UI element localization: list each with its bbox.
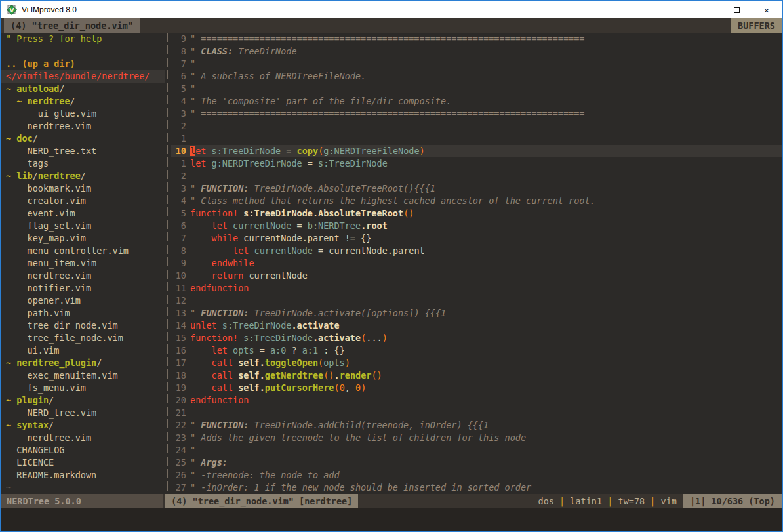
- tree-item-dir-lib-nerdtree[interactable]: ~ lib/nerdtree/: [1, 170, 165, 182]
- command-line[interactable]: [1, 508, 782, 531]
- tree-item-file-nerdtree-vim[interactable]: nerdtree.vim: [1, 120, 165, 133]
- syntax-segment: " The 'composite' part of the file/dir c…: [190, 96, 451, 106]
- tree-item-dir-nerdtree-plugin[interactable]: ~ nerdtree_plugin/: [1, 357, 165, 369]
- code-line[interactable]: 16 let opts = a:0 ? a:1 : {}: [171, 344, 782, 357]
- tree-item-file-nerd-tree-vim[interactable]: NERD_tree.vim: [1, 407, 165, 419]
- syntax-segment: nerdtree_plugin: [16, 358, 96, 368]
- code-line[interactable]: 14unlet s:TreeDirNode.activate: [171, 319, 782, 332]
- close-button[interactable]: ✕: [752, 1, 782, 18]
- code-line[interactable]: 21: [171, 407, 782, 419]
- line-number: 3: [171, 108, 186, 120]
- code-line[interactable]: 11endfunction: [171, 282, 782, 295]
- tree-item-dir-autoload[interactable]: ~ autoload/: [1, 83, 165, 95]
- code-line[interactable]: 9" =====================================…: [171, 33, 782, 45]
- tree-item-file-exec-menuitem-vim[interactable]: exec_menuitem.vim: [1, 369, 165, 382]
- syntax-segment: exec_menuitem.vim: [6, 370, 118, 380]
- code-line[interactable]: 17 call self.toggleOpen(opts): [171, 357, 782, 369]
- tree-item-file-nerd-tree-txt[interactable]: NERD_tree.txt: [1, 145, 165, 157]
- tree-item-file-menu-item-vim[interactable]: menu_item.vim: [1, 257, 165, 270]
- code-line[interactable]: 3" =====================================…: [171, 108, 782, 120]
- code-line[interactable]: 7": [171, 58, 782, 70]
- code-text: " The 'composite' part of the file/dir c…: [190, 95, 451, 108]
- tree-item-file-opener-vim[interactable]: opener.vim: [1, 295, 165, 307]
- code-line[interactable]: 20endfunction: [171, 394, 782, 407]
- code-line-cursor[interactable]: 10let s:TreeDirNode = copy(g:NERDTreeFil…: [171, 145, 782, 157]
- code-editor[interactable]: 9" =====================================…: [171, 33, 782, 494]
- minimize-button[interactable]: [691, 1, 721, 18]
- code-line[interactable]: 12: [171, 295, 782, 307]
- tab-tree-dir-node[interactable]: (4) "tree_dir_node.vim": [4, 18, 140, 33]
- code-line[interactable]: 13" FUNCTION: TreeDirNode.activate([opti…: [171, 307, 782, 319]
- code-line[interactable]: 6" A subclass of NERDTreeFileNode.: [171, 70, 782, 83]
- tree-item-file-ui-vim[interactable]: ui.vim: [1, 344, 165, 357]
- tree-item-root-path[interactable]: </vimfiles/bundle/nerdtree/: [1, 70, 165, 83]
- syntax-segment: b:NERDTree: [308, 220, 361, 231]
- line-number: 18: [171, 369, 186, 382]
- tree-item-file-changelog[interactable]: CHANGELOG: [1, 444, 165, 457]
- code-line[interactable]: 23" Adds the given treenode to the list …: [171, 432, 782, 444]
- tree-item-file-menu-controller-vim[interactable]: menu_controller.vim: [1, 245, 165, 257]
- tree-item-file-nerdtree-vim-lib[interactable]: nerdtree.vim: [1, 270, 165, 282]
- code-line[interactable]: 2: [171, 120, 782, 133]
- tree-item-dir-syntax[interactable]: ~ syntax/: [1, 419, 165, 432]
- tree-item-dir-plugin[interactable]: ~ plugin/: [1, 394, 165, 407]
- code-line[interactable]: 9 endwhile: [171, 257, 782, 270]
- syntax-segment: [190, 270, 212, 281]
- tree-item-file-tree-dir-node-vim[interactable]: tree_dir_node.vim: [1, 319, 165, 332]
- code-line[interactable]: 5": [171, 83, 782, 95]
- tree-item-file-event-vim[interactable]: event.vim: [1, 207, 165, 220]
- line-number: 23: [171, 432, 186, 444]
- code-line[interactable]: 8 let currentNode = currentNode.parent: [171, 245, 782, 257]
- syntax-segment: (): [371, 370, 382, 380]
- tree-item-file-flag-set-vim[interactable]: flag_set.vim: [1, 220, 165, 232]
- code-line[interactable]: 27" -inOrder: 1 if the new node should b…: [171, 481, 782, 494]
- code-line[interactable]: 4" Class method that returns the highest…: [171, 195, 782, 207]
- tree-item-up-a-dir[interactable]: .. (up a dir): [1, 58, 165, 70]
- code-line[interactable]: 15function! s:TreeDirNode.activate(...): [171, 332, 782, 344]
- code-line[interactable]: 18 call self.getNerdtree().render(): [171, 369, 782, 382]
- tree-item-file-creator-vim[interactable]: creator.vim: [1, 195, 165, 207]
- code-line[interactable]: 19 call self.putCursorHere(0, 0): [171, 382, 782, 394]
- code-line[interactable]: 3" FUNCTION: TreeDirNode.AbsoluteTreeRoo…: [171, 182, 782, 195]
- tree-item-file-ui-glue-vim[interactable]: ui_glue.vim: [1, 108, 165, 120]
- syntax-segment: menu_item.vim: [6, 258, 96, 268]
- code-line[interactable]: 7 while currentNode.parent != {}: [171, 232, 782, 245]
- line-number: 6: [171, 220, 186, 232]
- code-line[interactable]: 1let g:NERDTreeDirNode = s:TreeDirNode: [171, 157, 782, 170]
- code-line[interactable]: 8" CLASS: TreeDirNode: [171, 45, 782, 58]
- code-line[interactable]: 5function! s:TreeDirNode.AbsoluteTreeRoo…: [171, 207, 782, 220]
- window-split-separator[interactable]: [165, 33, 171, 494]
- tree-item-file-licence[interactable]: LICENCE: [1, 457, 165, 469]
- code-line[interactable]: 24": [171, 444, 782, 457]
- tree-item-help-line: " Press ? for help: [1, 33, 165, 45]
- code-line[interactable]: 1: [171, 133, 782, 145]
- code-line[interactable]: 25" Args:: [171, 457, 782, 469]
- code-line[interactable]: 26" -treenode: the node to add: [171, 469, 782, 481]
- line-number: 22: [171, 419, 186, 432]
- tree-item-file-bookmark-vim[interactable]: bookmark.vim: [1, 182, 165, 195]
- code-line[interactable]: 22" FUNCTION: TreeDirNode.addChild(treen…: [171, 419, 782, 432]
- maximize-button[interactable]: [721, 1, 752, 18]
- tree-item-dir-autoload-nerdtree[interactable]: ~ nerdtree/: [1, 95, 165, 108]
- code-text: " ======================================…: [190, 108, 584, 120]
- tree-item-file-tree-file-node-vim[interactable]: tree_file_node.vim: [1, 332, 165, 344]
- syntax-segment: lib: [16, 171, 32, 181]
- tree-item-file-readme-markdown[interactable]: README.markdown: [1, 469, 165, 481]
- tree-item-file-notifier-vim[interactable]: notifier.vim: [1, 282, 165, 295]
- code-line[interactable]: 4" The 'composite' part of the file/dir …: [171, 95, 782, 108]
- syntax-segment: [206, 158, 211, 169]
- tree-item-file-path-vim[interactable]: path.vim: [1, 307, 165, 319]
- maximize-icon: [734, 7, 740, 13]
- syntax-segment: let: [233, 245, 249, 256]
- tree-item-file-nerdtree-vim-syntax[interactable]: nerdtree.vim: [1, 432, 165, 444]
- tree-item-dir-doc[interactable]: ~ doc/: [1, 133, 165, 145]
- tree-item-file-key-map-vim[interactable]: key_map.vim: [1, 232, 165, 245]
- tree-item-file-tags[interactable]: tags: [1, 157, 165, 170]
- code-line[interactable]: 10 return currentNode: [171, 270, 782, 282]
- tree-item-file-fs-menu-vim[interactable]: fs_menu.vim: [1, 382, 165, 394]
- code-line[interactable]: 2: [171, 170, 782, 182]
- syntax-segment: self.: [238, 358, 265, 368]
- syntax-segment: ,: [345, 382, 355, 393]
- syntax-segment: ~: [6, 395, 16, 405]
- code-line[interactable]: 6 let currentNode = b:NERDTree.root: [171, 220, 782, 232]
